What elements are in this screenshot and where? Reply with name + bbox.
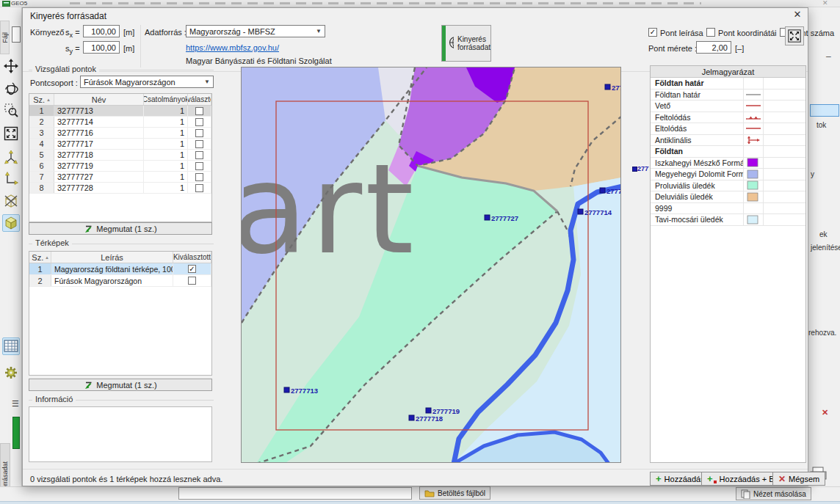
box-solid-icon[interactable] xyxy=(2,214,20,232)
strike-slip-symbol xyxy=(743,123,764,134)
plus-icon: + xyxy=(707,474,713,483)
chevron-down-icon: ▼ xyxy=(313,28,325,34)
anticline-symbol xyxy=(743,135,764,146)
point-size-field[interactable]: 2,00 xyxy=(696,41,731,54)
legend-row: Földtan határ xyxy=(651,90,805,101)
table-row[interactable]: 3327777161 xyxy=(29,128,211,139)
screen: GEO5 ✕ Fájl Sz Fájl xyxy=(0,0,840,504)
formation-swatch xyxy=(743,214,764,225)
point-size-unit: [–] xyxy=(735,44,744,53)
formation-swatch xyxy=(743,158,764,169)
row-checkbox[interactable] xyxy=(195,118,203,126)
fit-view-icon[interactable] xyxy=(2,125,20,142)
axes-2d-icon[interactable] xyxy=(2,170,20,188)
map-marker-edge[interactable]: 2777716 xyxy=(632,165,649,172)
table-row[interactable]: 2Fúrások Magyarországon xyxy=(29,275,211,287)
sy-field[interactable]: 100,00 xyxy=(83,41,120,54)
row-checkbox[interactable] xyxy=(195,184,203,192)
formation-swatch xyxy=(743,169,764,180)
legend-row: Eltolódás xyxy=(651,123,805,135)
bottom-input[interactable] xyxy=(178,487,412,500)
point-group-dropdown[interactable]: Fúrások Magyarországon▼ xyxy=(80,76,214,88)
row-checkbox[interactable] xyxy=(195,173,203,181)
points-groupbox: Vizsgálati pontok xyxy=(29,70,214,70)
table-view-icon[interactable] xyxy=(2,337,20,355)
row-checkbox[interactable] xyxy=(195,107,203,115)
dialog-title: Kinyerés forrásadat xyxy=(30,11,106,21)
legend-panel: Jelmagyarázat Földtan határ Földtan hatá… xyxy=(650,65,806,463)
fullscreen-button[interactable] xyxy=(785,26,804,45)
sort-asc-icon: ▴ xyxy=(46,255,48,260)
settings-gear-icon[interactable] xyxy=(2,364,20,381)
table-row[interactable]: 1Magyarország földtani térképe, 100 000✓ xyxy=(29,263,211,275)
left-toolbar: Fájl ☰ Forr xyxy=(0,7,22,504)
cancel-button[interactable]: ✕Mégsem xyxy=(772,472,825,486)
fragment-text-4: jelenítése xyxy=(811,244,840,252)
table-row[interactable]: 1327777131 xyxy=(29,106,211,117)
fragment-text-3: ek xyxy=(819,230,828,238)
list-icon[interactable]: ☰ xyxy=(12,399,19,409)
load-from-file-button[interactable]: Betöltés fájlból xyxy=(419,486,490,500)
app-close-icon[interactable]: ✕ xyxy=(822,0,828,7)
points-table-header[interactable]: Sz.▴ Név Csatolmányok Kiválasztott xyxy=(29,94,211,106)
legend-row: Iszkahegyi Mészkő Formáció xyxy=(651,158,805,169)
dialog-close-icon[interactable]: ✕ xyxy=(789,9,805,21)
table-row[interactable]: 8327777281 xyxy=(29,183,211,194)
row-checkbox[interactable] xyxy=(195,162,203,170)
datasource-org: Magyar Bányászati és Földtani Szolgálat xyxy=(186,56,332,65)
point-coords-checkbox[interactable] xyxy=(706,28,715,37)
row-checkbox[interactable] xyxy=(195,140,203,148)
new-file-icon[interactable] xyxy=(12,26,21,43)
svg-text:2777713: 2777713 xyxy=(291,387,318,395)
zoom-select-icon[interactable] xyxy=(2,101,20,119)
datasource-link[interactable]: https://www.mbfsz.gov.hu/ xyxy=(186,43,279,52)
point-desc-checkbox[interactable]: ✓ xyxy=(648,28,657,37)
fragment-text-2: y xyxy=(811,170,814,178)
pan-icon[interactable] xyxy=(2,57,20,75)
expand-arrows-icon xyxy=(788,29,801,43)
maps-table-header[interactable]: Sz.▴ Leírás Kiválasztott xyxy=(29,252,211,263)
datasource-label: Adatforrás : xyxy=(145,28,187,37)
table-row[interactable]: 7327777271 xyxy=(29,172,211,183)
map-canvas[interactable]: art 2777728 2777717 2777714 2777727 xyxy=(241,67,621,463)
show-maps-button[interactable]: Megmutat (1 sz.) xyxy=(29,379,212,391)
app-title-ghost xyxy=(70,2,701,4)
gray-line-symbol xyxy=(743,90,764,101)
table-row[interactable]: 5327777181 xyxy=(29,150,211,161)
table-row[interactable]: 4327777171 xyxy=(29,139,211,150)
sx-label: sx = xyxy=(65,28,80,39)
axes-3d-icon[interactable] xyxy=(2,148,20,166)
row-checkbox[interactable]: ✓ xyxy=(188,265,196,273)
legend-row: Proluviális üledék xyxy=(651,180,805,192)
maps-groupbox: Térképek xyxy=(29,244,214,244)
point-size-label: Pont mérete : xyxy=(648,44,697,53)
extract-source-button-label: Kinyerésforrásadat xyxy=(457,35,490,51)
point-group-label: Pontcsoport : xyxy=(30,78,78,87)
table-row[interactable]: 6327777191 xyxy=(29,161,211,172)
rotate-icon[interactable] xyxy=(2,79,20,97)
divider xyxy=(23,469,808,470)
table-row[interactable]: 2327777141 xyxy=(29,117,211,128)
datasource-dropdown[interactable]: Magyarország - MBFSZ▼ xyxy=(186,25,325,37)
sy-unit: [m] xyxy=(123,44,134,53)
plus-icon: + xyxy=(656,474,662,483)
row-checkbox[interactable] xyxy=(195,151,203,159)
panel-button-fragment[interactable] xyxy=(810,104,839,117)
fragment-cancel-icon[interactable]: ✕ xyxy=(822,408,828,417)
extract-source-button[interactable]: Kinyerésforrásadat xyxy=(441,25,491,62)
box-wireframe-icon[interactable] xyxy=(2,192,20,210)
sy-label: sy = xyxy=(65,44,80,55)
row-checkbox[interactable] xyxy=(195,129,203,137)
tab-file-vertical[interactable]: Fájl xyxy=(0,21,10,54)
status-text: 0 vizsgálati pontok és 1 térképek hozzá … xyxy=(30,475,222,483)
info-group-title: Információ xyxy=(32,395,76,403)
sx-field[interactable]: 100,00 xyxy=(83,25,120,37)
panel-minimize[interactable]: – xyxy=(826,51,831,62)
fault-line-symbol xyxy=(743,101,764,112)
legend-row: Deluviális üledék xyxy=(651,191,805,203)
point-desc-label: Pont leírása xyxy=(660,29,703,37)
show-points-button[interactable]: Megmutat (1 sz.) xyxy=(29,222,212,235)
row-checkbox[interactable] xyxy=(188,277,196,285)
copy-view-button[interactable]: Nézet másolása xyxy=(736,487,811,500)
svg-text:2777714: 2777714 xyxy=(584,208,612,216)
